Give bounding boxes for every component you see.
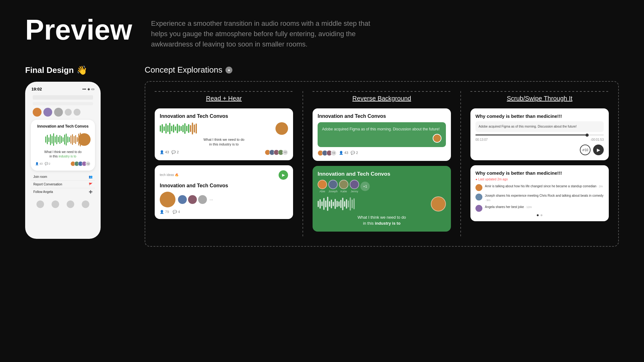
- waveform-bar: [53, 133, 54, 146]
- card-read-hear-1: Innovation and Tech Convos: [155, 108, 293, 160]
- waveform-bar: [56, 135, 57, 144]
- waveform-bar: [338, 201, 340, 206]
- people-count: 👤 43: [35, 162, 43, 165]
- waveform-bar: [164, 126, 165, 131]
- sections-row: Final Design 👋 19:02 ▪▪▪ ◈ ▭: [25, 65, 619, 247]
- waveform-bar: [196, 123, 197, 134]
- waveform-bar: [182, 125, 184, 132]
- phone-avatars-row: [29, 108, 97, 117]
- waveform-bar: [64, 134, 65, 145]
- green-avatar: [339, 180, 348, 189]
- concept-header: Concept Explorations ●: [145, 65, 619, 75]
- phone-signal-icons: ▪▪▪ ◈ ▭: [82, 87, 94, 91]
- comment-content-1: Amir is talking about how his life chang…: [485, 184, 603, 189]
- green-av-label: Joseph: [328, 190, 337, 193]
- card-rb1-title: Innovation and Tech Convos: [318, 113, 446, 119]
- waveform-bar: [331, 200, 332, 208]
- concept-explorations-section: Concept Explorations ● Read + Hear Innov…: [145, 65, 619, 247]
- col-divider-top-1: [155, 91, 293, 92]
- col-title-scrub: Scrub/Swipe Through It: [470, 95, 609, 102]
- card-stats: 👤 43 💬 2: [160, 150, 179, 154]
- comment-text-2: Joseph shares his experience meeting Chr…: [485, 194, 604, 202]
- play-pause-button[interactable]: ▶: [593, 145, 604, 155]
- tag-text: tech ideas 🔥: [160, 173, 179, 177]
- rewind-button[interactable]: ↺10: [580, 145, 591, 155]
- phone-card-footer: 👤 43 💬 2 +2: [35, 161, 91, 166]
- bottom-icon-4: [82, 200, 89, 208]
- waveform-bar: [179, 125, 180, 132]
- inner-speaker-avatar: [433, 134, 441, 143]
- green-av-item: Joseph: [328, 180, 338, 193]
- waveform-bar: [329, 201, 330, 207]
- waveform-bar: [190, 125, 191, 132]
- card-rh1-title: Innovation and Tech Convos: [160, 113, 288, 119]
- phone-actions: Join room 👥 Report Conversation 🚩 Follow…: [31, 173, 95, 195]
- tech-ideas-header: tech ideas 🔥 ▶: [160, 170, 288, 180]
- phone-action-follow[interactable]: Follow Angela ➕: [31, 188, 95, 195]
- avatar-1: [33, 108, 42, 117]
- card-comments: Why comedy is better than medicine!!! ● …: [470, 165, 609, 221]
- waveform-bar: [335, 199, 336, 209]
- comment-stat-2: 💬 4: [173, 210, 180, 214]
- waveform-bar: [318, 201, 319, 207]
- inner-avatar-row: [322, 134, 441, 143]
- waveform-bar: [353, 198, 355, 209]
- comment-count-rb1: 💬 2: [351, 151, 358, 155]
- waveform-bar: [171, 126, 172, 131]
- comment-row-1: Amir is talking about how his life chang…: [475, 184, 604, 191]
- green-speaker-avatar: [431, 196, 446, 211]
- final-design-title: Final Design: [25, 65, 74, 75]
- phone-bottom-bar: [29, 198, 97, 211]
- report-label: Report Conversation: [33, 183, 62, 186]
- card-read-hear-2: tech ideas 🔥 ▶ Innovation and Tech Convo…: [155, 165, 293, 219]
- waveform-bar: [162, 124, 163, 133]
- waveform-bar: [45, 136, 46, 143]
- wave-emoji: 👋: [76, 65, 87, 75]
- comments-subtitle: ● Last updated 2m ago: [475, 178, 604, 181]
- comment-time-2: · 9m: [485, 199, 491, 202]
- people-stat: 👤 43: [160, 150, 169, 154]
- report-icon: 🚩: [89, 183, 92, 186]
- avatar-3: [54, 108, 63, 117]
- phone-waveform: [35, 132, 91, 147]
- phone-action-join[interactable]: Join room 👥: [31, 173, 95, 181]
- phone-time: 19:02: [31, 87, 42, 91]
- green-av-label: Jenny: [351, 190, 358, 193]
- bottom-icon-1: [36, 200, 44, 208]
- waveform-bar: [72, 134, 73, 145]
- waveform-bar: [180, 126, 182, 131]
- col-title-read-hear: Read + Hear: [155, 95, 293, 102]
- join-room-label: Join room: [33, 175, 47, 178]
- scrub-thumb[interactable]: [586, 134, 589, 137]
- final-design-section: Final Design 👋 19:02 ▪▪▪ ◈ ▭: [25, 65, 132, 239]
- waveform-bar: [48, 137, 49, 142]
- card-avatar-plus: +2: [86, 161, 91, 166]
- green-card-text: What I think we need to doin this indust…: [318, 214, 446, 227]
- waveform-bar: [47, 135, 48, 144]
- card-rh1-text: What I think we need to doin this indust…: [160, 137, 288, 147]
- green-av-item: Abie: [318, 180, 327, 193]
- waveform-bar: [348, 200, 349, 207]
- green-avatar: [328, 180, 338, 189]
- green-av-label: Abie: [319, 190, 325, 193]
- people-count-rb1: 👤 43: [339, 151, 348, 155]
- waveform-bar: [350, 197, 351, 211]
- comment-text-1: Amir is talking about how his life chang…: [485, 184, 603, 189]
- phone-action-icon-1: [65, 109, 72, 116]
- phone-mockup: 19:02 ▪▪▪ ◈ ▭: [25, 82, 101, 239]
- play-button[interactable]: ▶: [279, 170, 288, 180]
- phone-card-avatars: +2: [70, 161, 91, 166]
- green-avatar-row: Abie Joseph Katie: [318, 180, 446, 193]
- extra-avatar: [188, 195, 197, 204]
- card-speaker-row: ···: [160, 192, 288, 207]
- phone-action-icon-2: [74, 109, 80, 116]
- dot-2: [541, 214, 542, 216]
- waveform-bar: [177, 124, 178, 133]
- commenter-avatar-1: [475, 184, 482, 191]
- waveform-bar: [323, 198, 325, 210]
- comments-card-title: Why comedy is better than medicine!!!: [475, 170, 604, 176]
- phone-action-report[interactable]: Report Conversation 🚩: [31, 181, 95, 188]
- bottom-icon-2: [52, 200, 59, 208]
- commenter-avatar-2: [475, 194, 482, 200]
- scrub-progress-bar[interactable]: [475, 134, 604, 135]
